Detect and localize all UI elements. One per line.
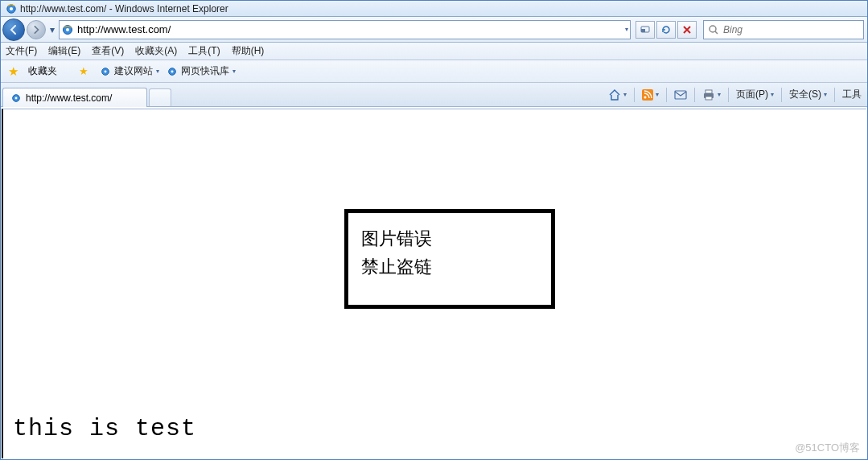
forward-button[interactable] xyxy=(27,20,46,39)
ie-page-icon xyxy=(99,65,112,78)
ie-page-icon xyxy=(166,65,179,78)
read-mail-button[interactable] xyxy=(672,88,689,101)
menu-file[interactable]: 文件(F) xyxy=(6,44,37,58)
page-menu-label: 页面(P) xyxy=(736,88,768,101)
new-tab-button[interactable] xyxy=(149,88,171,106)
search-box[interactable] xyxy=(703,20,864,39)
separator xyxy=(694,88,695,102)
feeds-button[interactable]: ▾ xyxy=(640,88,661,102)
safety-menu[interactable]: 安全(S) ▾ xyxy=(787,86,829,103)
error-image-box: 图片错误 禁止盗链 xyxy=(344,209,555,309)
ie-logo-icon xyxy=(6,3,17,14)
command-bar: ▾ ▾ ▾ 页面(P) ▾ 安全(S) ▾ 工具 xyxy=(606,83,867,106)
stop-button[interactable] xyxy=(677,21,697,39)
menu-favorites[interactable]: 收藏夹(A) xyxy=(135,44,177,58)
tools-menu-label: 工具 xyxy=(842,88,862,101)
suggested-sites-label: 建议网站 xyxy=(114,64,153,78)
chevron-down-icon: ▾ xyxy=(824,91,827,98)
menu-tools[interactable]: 工具(T) xyxy=(188,44,220,58)
refresh-button[interactable] xyxy=(656,21,676,39)
chevron-down-icon: ▾ xyxy=(156,68,159,75)
separator xyxy=(634,88,635,102)
svg-point-3 xyxy=(66,28,69,31)
menu-view[interactable]: 查看(V) xyxy=(92,44,124,58)
address-dropdown-icon[interactable]: ▾ xyxy=(625,26,628,33)
active-tab[interactable]: http://www.test.com/ xyxy=(2,88,147,107)
chevron-down-icon: ▾ xyxy=(656,91,659,98)
ie-page-icon xyxy=(61,23,74,36)
print-button[interactable]: ▾ xyxy=(700,88,723,102)
chevron-down-icon: ▾ xyxy=(771,91,774,98)
chevron-down-icon: ▾ xyxy=(232,68,236,75)
back-button[interactable] xyxy=(2,18,25,41)
window-titlebar: http://www.test.com/ - Windows Internet … xyxy=(1,1,867,17)
page-menu[interactable]: 页面(P) ▾ xyxy=(734,86,776,103)
svg-point-11 xyxy=(171,70,174,72)
separator xyxy=(781,88,782,102)
svg-point-1 xyxy=(10,6,13,10)
suggested-sites-link[interactable]: 建议网站 ▾ xyxy=(99,64,159,78)
error-line-2: 禁止盗链 xyxy=(361,253,538,281)
error-line-1: 图片错误 xyxy=(361,224,538,253)
svg-rect-5 xyxy=(641,29,645,32)
url-input[interactable] xyxy=(77,22,621,38)
svg-point-9 xyxy=(105,70,107,72)
search-icon xyxy=(707,23,720,36)
web-slice-link[interactable]: 网页快讯库 ▾ xyxy=(166,64,236,78)
favorites-star-icon[interactable]: ★ xyxy=(4,63,22,80)
tab-bar: http://www.test.com/ ▾ ▾ ▾ 页面(P) ▾ 安全(S) xyxy=(1,83,867,107)
svg-rect-18 xyxy=(706,90,712,93)
chevron-down-icon: ▾ xyxy=(718,91,721,98)
svg-rect-19 xyxy=(706,97,712,100)
page-body-text: this is test xyxy=(13,415,196,442)
add-favorite-icon[interactable]: ★ xyxy=(75,63,93,80)
svg-line-7 xyxy=(715,31,718,34)
tab-title: http://www.test.com/ xyxy=(26,92,112,104)
tools-menu[interactable]: 工具 xyxy=(840,86,864,103)
favorites-bar: ★ 收藏夹 ★ 建议网站 ▾ 网页快讯库 ▾ xyxy=(1,60,867,83)
compat-view-button[interactable] xyxy=(636,21,655,39)
chevron-down-icon: ▾ xyxy=(623,91,627,98)
nav-history-dropdown[interactable]: ▾ xyxy=(47,20,57,39)
svg-rect-16 xyxy=(675,91,686,99)
menu-edit[interactable]: 编辑(E) xyxy=(48,44,80,58)
web-slice-label: 网页快讯库 xyxy=(181,64,229,78)
home-button[interactable]: ▾ xyxy=(606,87,629,103)
svg-point-13 xyxy=(15,97,18,99)
menu-help[interactable]: 帮助(H) xyxy=(232,44,265,58)
page-viewport: 图片错误 禁止盗链 this is test @51CTO博客 xyxy=(2,109,866,458)
favorites-label[interactable]: 收藏夹 xyxy=(28,64,57,78)
search-input[interactable] xyxy=(723,24,860,35)
separator xyxy=(728,88,729,102)
svg-point-15 xyxy=(644,96,647,98)
safety-menu-label: 安全(S) xyxy=(789,88,821,101)
separator xyxy=(834,88,835,102)
menu-bar: 文件(F) 编辑(E) 查看(V) 收藏夹(A) 工具(T) 帮助(H) xyxy=(1,43,867,60)
watermark: @51CTO博客 xyxy=(795,441,860,455)
ie-page-icon xyxy=(10,92,23,105)
address-bar[interactable]: ▾ xyxy=(59,20,631,39)
svg-point-6 xyxy=(710,26,716,32)
separator xyxy=(666,88,667,102)
nav-toolbar: ▾ ▾ xyxy=(1,17,867,43)
window-title: http://www.test.com/ - Windows Internet … xyxy=(20,3,228,14)
